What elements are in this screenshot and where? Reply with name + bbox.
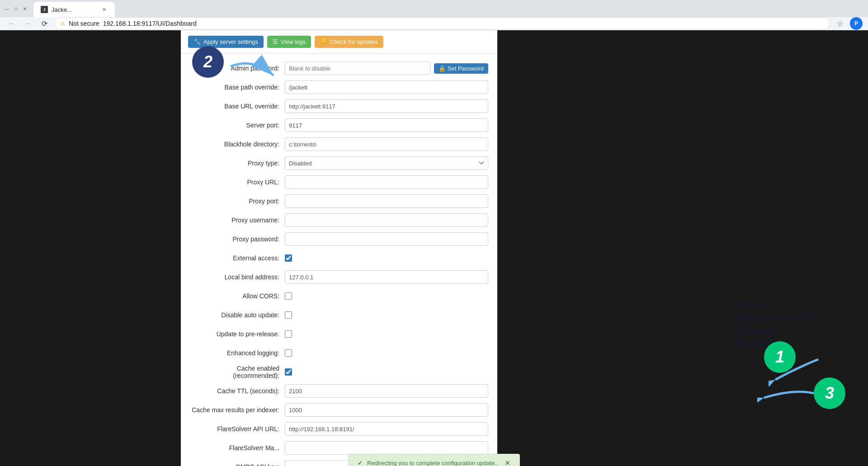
wrench-icon: 🔧 [193,38,201,45]
external-access-checkbox-wrapper [285,254,292,262]
flaresolverr-url-input[interactable] [285,422,488,436]
jackett-toolbar: 🔧 Apply server settings ☰ View logs 🔑 Ch… [181,30,497,54]
tab-bar: J Jacke... ✕ [33,0,115,17]
cache-ttl-label: Cache TTL (seconds): [190,387,285,395]
proxy-port-row: Proxy port: [190,194,488,208]
forward-button[interactable]: → [22,17,34,30]
view-logs-label: View logs [281,38,306,45]
window-controls: — □ ✕ [4,5,28,12]
annotation-circle-3: 3 [814,377,845,409]
prerelease-checkbox[interactable] [285,330,292,338]
base-path-input[interactable] [285,80,488,94]
apply-settings-button[interactable]: 🔧 Apply server settings [188,36,264,48]
omdb-key-label: OMDB API key: [190,463,285,466]
proxy-type-row: Proxy type: Disabled HTTP SOCKS4 SOCKS5 [190,156,488,170]
cache-max-row: Cache max results per indexer: [190,403,488,417]
prerelease-row: Update to pre-release: [190,327,488,341]
disable-autoupdate-row: Disable auto update: [190,308,488,322]
page-content: 🔧 Apply server settings ☰ View logs 🔑 Ch… [0,30,868,466]
local-bind-row: Local bind address: [190,270,488,284]
local-bind-label: Local bind address: [190,273,285,281]
proxy-username-label: Proxy username: [190,217,285,224]
key-icon: 🔑 [320,38,327,45]
proxy-password-row: Proxy password: [190,232,488,246]
enhanced-logging-checkbox[interactable] [285,349,292,357]
disable-autoupdate-checkbox[interactable] [285,311,292,319]
cache-enabled-label: Cache enabled (recommended): [190,365,285,379]
cache-ttl-row: Cache TTL (seconds): [190,384,488,398]
proxy-url-label: Proxy URL: [190,179,285,186]
enhanced-logging-row: Enhanced logging: [190,346,488,360]
browser-toolbar: ← → ⟳ ⚠ Not secure 192.168.1.18:9117/UI/… [0,17,868,30]
enhanced-logging-label: Enhanced logging: [190,349,285,357]
proxy-username-input[interactable] [285,213,488,227]
flaresolverr-ma-label: FlareSolverr Ma... [190,444,285,452]
apply-settings-label: Apply server settings [203,38,258,45]
disable-autoupdate-checkbox-wrapper [285,311,292,319]
base-path-row: Base path override: [190,80,488,94]
external-access-checkbox[interactable] [285,254,292,262]
browser-tab[interactable]: J Jacke... ✕ [33,2,115,17]
cache-enabled-row: Cache enabled (recommended): [190,365,488,379]
maximize-button[interactable]: □ [13,5,19,12]
cache-enabled-checkbox[interactable] [285,368,292,376]
flaresolverr-url-label: FlareSolverr API URL: [190,425,285,433]
security-icon: ⚠ [60,20,65,27]
proxy-password-label: Proxy password: [190,235,285,243]
reload-button[interactable]: ⟳ [38,17,51,30]
blackhole-dir-row: Blackhole directory: [190,137,488,151]
allow-cors-label: Allow CORS: [190,292,285,300]
left-panel [0,30,181,466]
base-url-label: Base URL override: [190,103,285,110]
cache-ttl-input[interactable] [285,384,488,398]
tab-title: Jacke... [52,6,72,13]
right-panel [497,30,868,466]
proxy-password-input[interactable] [285,232,488,246]
local-bind-input[interactable] [285,270,488,284]
base-url-input[interactable] [285,99,488,113]
view-logs-button[interactable]: ☰ View logs [267,36,311,48]
base-url-row: Base URL override: [190,99,488,113]
cache-enabled-checkbox-wrapper [285,368,292,376]
check-updates-label: Check for updates [330,38,378,45]
tab-favicon: J [41,6,48,13]
admin-password-row: Admin password: 🔒 Set Password [190,61,488,75]
blackhole-dir-input[interactable] [285,137,488,151]
enhanced-logging-checkbox-wrapper [285,349,292,357]
proxy-type-label: Proxy type: [190,160,285,167]
bookmark-button[interactable]: ☆ [834,17,846,30]
external-access-label: External access: [190,254,285,262]
proxy-url-input[interactable] [285,175,488,189]
annotation-circle-2: 2 [192,46,224,78]
proxy-port-input[interactable] [285,194,488,208]
external-access-row: External access: [190,251,488,265]
proxy-url-row: Proxy URL: [190,175,488,189]
flaresolverr-ma-input[interactable] [285,441,488,455]
flaresolverr-url-row: FlareSolverr API URL: [190,422,488,436]
close-button[interactable]: ✕ [22,5,28,12]
address-bar[interactable]: ⚠ Not secure 192.168.1.18:9117/UI/Dashbo… [54,17,830,30]
base-path-label: Base path override: [190,84,285,91]
back-button[interactable]: ← [5,17,18,30]
admin-password-input[interactable] [285,61,430,75]
annotation-circle-1: 1 [764,341,796,373]
toast-message: Redirecting you to complete configuratio… [367,460,497,466]
browser-titlebar: — □ ✕ J Jacke... ✕ [0,0,868,17]
cache-max-input[interactable] [285,403,488,417]
server-port-label: Server port: [190,122,285,129]
tab-close-icon[interactable]: ✕ [100,6,108,13]
proxy-type-select[interactable]: Disabled HTTP SOCKS4 SOCKS5 [285,156,488,170]
minimize-button[interactable]: — [4,5,10,12]
prerelease-label: Update to pre-release: [190,330,285,338]
jackett-ui: 🔧 Apply server settings ☰ View logs 🔑 Ch… [181,30,497,466]
list-icon: ☰ [273,38,278,45]
proxy-port-label: Proxy port: [190,198,285,205]
set-password-button[interactable]: 🔒 Set Password [434,63,488,74]
profile-button[interactable]: P [850,17,863,30]
check-updates-button[interactable]: 🔑 Check for updates [315,36,383,48]
allow-cors-checkbox[interactable] [285,292,292,300]
toast-icon: ✓ [358,460,363,466]
cache-max-label: Cache max results per indexer: [190,406,285,414]
server-port-input[interactable] [285,118,488,132]
security-label: Not secure [69,20,99,27]
